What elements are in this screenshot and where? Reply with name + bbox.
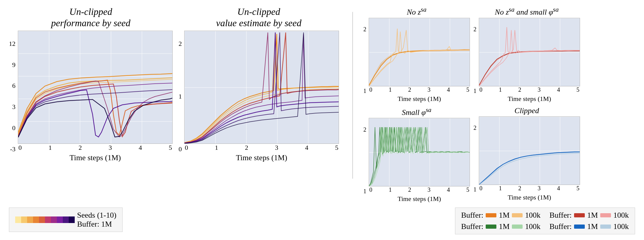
chart2-x-ticks: 0 1 2 3 4 5 — [184, 144, 339, 152]
legend-red-1m-label: 1M — [587, 211, 598, 220]
small-chart4-y-ticks: 2 1 — [473, 124, 478, 193]
small-chart1-y-ticks: 2 1 — [363, 26, 368, 94]
seed-swatch-1 — [15, 216, 21, 223]
section-divider — [352, 12, 353, 179]
small-chart2-plot — [479, 18, 580, 86]
small-chart2-x-label: Time steps (1M) — [479, 95, 580, 103]
small-chart2-y-ticks: 2 1 — [473, 26, 478, 94]
legend-red-100k-swatch — [600, 213, 611, 217]
small-chart3-container: Small φsa 2 1 — [363, 106, 470, 203]
legend-red-1m: Buffer: 1M 100k — [549, 211, 629, 220]
main-content: Un-clipped performance by seed 12 9 6 3 … — [9, 6, 635, 237]
chart2-title: Un-clipped value estimate by seed — [216, 6, 301, 29]
small-chart1-container: No zsa 2 1 — [363, 6, 470, 103]
seed-swatch-4 — [33, 216, 39, 223]
small-chart2-x-ticks: 0 1 2 3 4 5 — [479, 86, 580, 93]
legend-buffer-label2: Buffer: — [461, 222, 484, 231]
small-chart1-area: 2 1 — [363, 18, 470, 103]
legend-blue-100k-swatch — [600, 225, 611, 229]
seed-swatch-8 — [57, 216, 63, 223]
small-chart4-container: Clipped 2 1 — [473, 106, 580, 203]
small-charts-grid: No zsa 2 1 — [363, 6, 580, 203]
legend-row: Seeds (1-10) Buffer: 1M Buffer: 1M 100k … — [9, 208, 635, 234]
legend-red-1m-swatch — [574, 213, 585, 217]
small-chart2-area: 2 1 — [473, 18, 580, 103]
legend-orange-1m-label: 1M — [499, 211, 509, 220]
small-chart1-title: No zsa — [407, 6, 426, 17]
small-chart2-container: No zsa and small φsa 2 1 — [473, 6, 580, 103]
charts-row: Un-clipped performance by seed 12 9 6 3 … — [9, 6, 635, 203]
small-charts-section: No zsa 2 1 — [363, 6, 580, 203]
legend-orange-1m-swatch — [486, 213, 496, 217]
small-chart3-x-ticks: 0 1 2 3 4 5 — [369, 186, 470, 193]
seed-swatch-9 — [63, 216, 69, 223]
buffer-label: Buffer: 1M — [77, 220, 116, 229]
legend-green-100k-label: 100k — [525, 222, 540, 231]
chart2-area: 2 1 0 — [179, 31, 339, 162]
chart1-x-ticks: 0 1 2 3 4 5 — [18, 144, 173, 152]
legend-buffer-label1: Buffer: — [461, 211, 484, 220]
small-chart1-plot — [369, 18, 470, 86]
seed-swatch-6 — [45, 216, 51, 223]
small-chart3-y-ticks: 2 1 — [363, 126, 368, 195]
legend-blue-1m-label: 1M — [587, 222, 598, 231]
small-chart4-x-ticks: 0 1 2 3 4 5 — [479, 185, 580, 192]
legend-green-1m-swatch — [486, 225, 496, 229]
legend-orange-group: Buffer: 1M 100k Buffer: 1M 100k — [461, 211, 541, 231]
legend-blue-1m-swatch — [574, 225, 585, 229]
small-chart3-area: 2 1 — [363, 118, 470, 203]
small-chart3-x-label: Time steps (1M) — [369, 195, 470, 203]
chart1-title: Un-clipped performance by seed — [51, 6, 131, 29]
legend-orange-100k-label: 100k — [525, 211, 540, 220]
legend-buffer-box: Buffer: 1M 100k Buffer: 1M 100k Buffer — [455, 208, 635, 234]
small-chart3-plot — [369, 118, 470, 186]
legend-orange-100k-swatch — [512, 213, 523, 217]
seeds-label: Seeds (1-10) — [77, 211, 116, 220]
chart1-x-label: Time steps (1M) — [18, 153, 173, 162]
chart1-plot — [18, 31, 173, 144]
small-chart1-x-ticks: 0 1 2 3 4 5 — [369, 86, 470, 93]
small-chart4-area: 2 1 — [473, 116, 580, 201]
seed-swatch-10 — [69, 216, 75, 223]
legend-green-1m-label: 1M — [499, 222, 509, 231]
legend-red-100k-label: 100k — [613, 211, 629, 220]
chart1-area: 12 9 6 3 0 -3 — [9, 31, 173, 162]
seed-gradient — [15, 216, 75, 223]
chart2-y-ticks: 2 1 0 — [179, 40, 183, 153]
seed-swatch-2 — [21, 216, 27, 223]
legend-seeds-box: Seeds (1-10) Buffer: 1M — [9, 208, 123, 232]
small-chart2-title: No zsa and small φsa — [495, 6, 559, 17]
chart1-y-ticks: 12 9 6 3 0 -3 — [9, 40, 17, 153]
small-chart4-x-label: Time steps (1M) — [479, 194, 580, 201]
legend-red-blue-group: Buffer: 1M 100k Buffer: 1M 100k — [549, 211, 629, 231]
seed-swatch-7 — [51, 216, 57, 223]
legend-orange-1m: Buffer: 1M 100k — [461, 211, 541, 220]
small-chart4-title: Clipped — [515, 106, 539, 115]
legend-seeds: Seeds (1-10) Buffer: 1M — [15, 211, 116, 229]
chart2-x-label: Time steps (1M) — [184, 153, 339, 162]
small-chart1-x-label: Time steps (1M) — [369, 95, 470, 103]
legend-buffer-label4: Buffer: — [549, 222, 572, 231]
legend-buffer-label3: Buffer: — [549, 211, 572, 220]
seed-swatch-3 — [27, 216, 33, 223]
legend-blue-100k-label: 100k — [613, 222, 629, 231]
small-chart4-plot — [479, 116, 580, 185]
small-chart3-title: Small φsa — [402, 106, 431, 117]
legend-green-1m: Buffer: 1M 100k — [461, 222, 541, 231]
chart1-container: Un-clipped performance by seed 12 9 6 3 … — [9, 6, 173, 162]
chart2-container: Un-clipped value estimate by seed 2 1 0 — [179, 6, 339, 162]
seed-swatch-5 — [39, 216, 45, 223]
legend-blue-1m: Buffer: 1M 100k — [549, 222, 629, 231]
chart2-plot — [184, 31, 339, 144]
legend-green-100k-swatch — [512, 225, 523, 229]
